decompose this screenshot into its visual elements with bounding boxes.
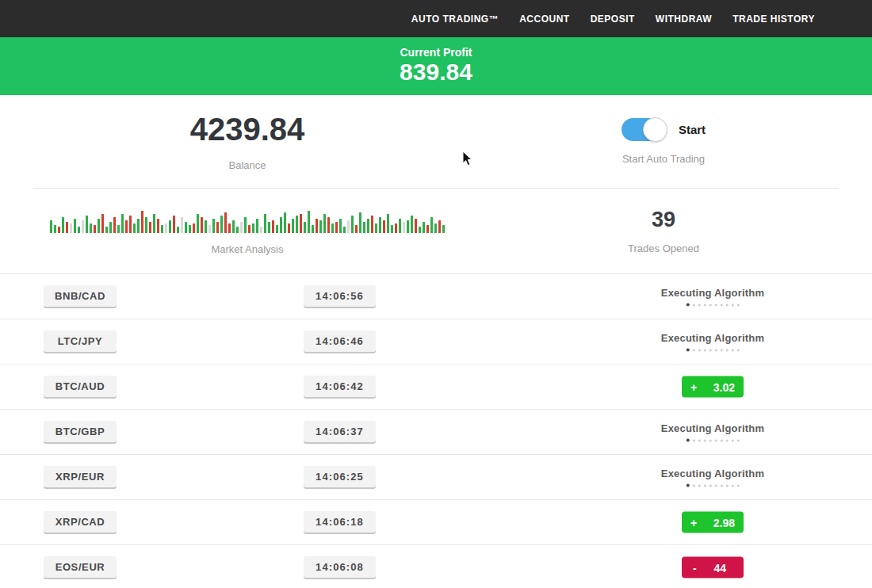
toggle-knob-icon — [643, 117, 667, 142]
trade-status: + 2.98 — [682, 512, 744, 533]
trade-status: Executing Algorithm — [661, 468, 764, 487]
trade-row: BTC/AUD 14:06:42 + 3.02 — [0, 364, 872, 409]
market-row: Market Analysis 39 Trades Opened — [0, 189, 872, 273]
trades-opened-block: 39 Trades Opened — [495, 189, 872, 273]
time-chip: 14:06:25 — [304, 466, 376, 487]
badge-value: 44 — [713, 561, 726, 574]
auto-trading-label: Start Auto Trading — [622, 153, 705, 165]
executing-label: Executing Algorithm — [661, 468, 764, 479]
trades-opened-label: Trades Opened — [628, 242, 699, 254]
executing-label: Executing Algorithm — [661, 287, 764, 299]
time-chip: 14:06:08 — [304, 556, 376, 578]
trade-status: - 44 — [682, 557, 744, 578]
pair-chip: XRP/EUR — [44, 466, 117, 487]
trades-opened-value: 39 — [652, 208, 675, 232]
badge-value: 3.02 — [713, 380, 735, 393]
trade-row: EOS/EUR 14:06:08 - 44 — [0, 544, 872, 588]
time-chip: 14:06:46 — [304, 330, 376, 352]
pair-chip: EOS/EUR — [44, 556, 117, 578]
auto-trading-block: Start Start Auto Trading — [495, 95, 872, 188]
badge-value: 2.98 — [713, 516, 735, 529]
profit-badge: + 3.02 — [682, 376, 744, 398]
current-profit-banner: Current Profit 839.84 — [0, 37, 872, 95]
trade-row: BTC/GBP 14:06:37 Executing Algorithm — [0, 409, 872, 454]
market-analysis-chart — [50, 208, 445, 233]
pair-chip: XRP/CAD — [44, 511, 117, 533]
loss-badge: - 44 — [682, 557, 744, 578]
trade-status: Executing Algorithm — [661, 287, 764, 307]
trade-status: Executing Algorithm — [661, 332, 764, 352]
trades-table: BNB/CAD 14:06:56 Executing Algorithm LTC… — [0, 273, 872, 588]
top-nav: AUTO TRADING™ ACCOUNT DEPOSIT WITHDRAW T… — [0, 0, 872, 37]
time-chip: 14:06:56 — [304, 285, 376, 307]
progress-dots — [661, 349, 764, 352]
nav-item-withdraw[interactable]: WITHDRAW — [656, 13, 712, 25]
trade-row: LTC/JPY 14:06:46 Executing Algorithm — [0, 319, 872, 364]
progress-dots — [661, 484, 764, 487]
executing-label: Executing Algorithm — [661, 422, 764, 434]
time-chip: 14:06:37 — [304, 421, 376, 442]
nav-item-auto-trading[interactable]: AUTO TRADING™ — [411, 13, 499, 25]
pair-chip: BTC/GBP — [44, 421, 117, 442]
auto-trading-toggle[interactable] — [621, 118, 667, 141]
executing-label: Executing Algorithm — [661, 332, 764, 344]
nav-item-account[interactable]: ACCOUNT — [519, 13, 570, 25]
progress-dots — [661, 304, 764, 307]
pair-chip: BNB/CAD — [44, 285, 117, 307]
time-chip: 14:06:42 — [304, 376, 376, 397]
nav-item-trade-history[interactable]: TRADE HISTORY — [732, 13, 815, 25]
trade-row: XRP/CAD 14:06:18 + 2.98 — [0, 499, 872, 544]
stats-row: 4239.84 Balance Start Start Auto Trading — [0, 95, 872, 188]
balance-label: Balance — [229, 159, 266, 171]
trade-row: BNB/CAD 14:06:56 Executing Algorithm — [0, 273, 872, 319]
market-analysis-block: Market Analysis — [0, 189, 495, 273]
pair-chip: BTC/AUD — [44, 376, 117, 397]
progress-dots — [661, 439, 764, 442]
badge-sign: + — [690, 516, 697, 529]
balance-value: 4239.84 — [190, 112, 305, 147]
badge-sign: - — [693, 561, 697, 574]
trade-row: XRP/EUR 14:06:25 Executing Algorithm — [0, 454, 872, 499]
trade-status: + 3.02 — [682, 376, 744, 398]
balance-block: 4239.84 Balance — [0, 95, 495, 188]
current-profit-value: 839.84 — [400, 59, 472, 86]
badge-sign: + — [690, 380, 697, 393]
profit-badge: + 2.98 — [682, 512, 744, 533]
current-profit-label: Current Profit — [400, 46, 472, 59]
market-analysis-label: Market Analysis — [211, 243, 283, 255]
time-chip: 14:06:18 — [304, 511, 376, 533]
trade-status: Executing Algorithm — [661, 422, 764, 442]
pair-chip: LTC/JPY — [44, 330, 117, 352]
toggle-label: Start — [679, 123, 706, 136]
nav-item-deposit[interactable]: DEPOSIT — [591, 13, 635, 25]
